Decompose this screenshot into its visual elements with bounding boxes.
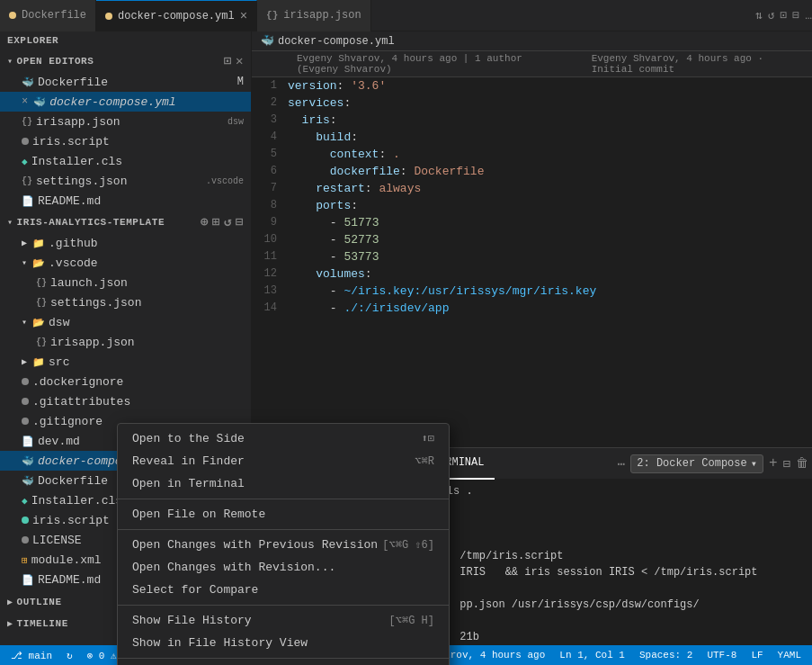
tab-label-irisapp: irisapp.json <box>283 9 361 22</box>
tree-irisapp-json[interactable]: {} irisapp.json <box>0 332 251 352</box>
file-dot-iris <box>22 138 29 145</box>
tree-dockerignore[interactable]: .dockerignore <box>0 372 251 391</box>
ctx-reveal-finder[interactable]: Reveal in Finder ⌥⌘R <box>118 450 449 472</box>
refresh-icon[interactable]: ↺ <box>768 8 775 22</box>
explorer-header[interactable]: EXPLORER <box>0 31 251 49</box>
open-editors-label: OPEN EDITORS <box>17 56 94 67</box>
new-folder-icon[interactable]: ⊞ <box>212 214 220 229</box>
split-editor-icon[interactable]: ⇅ <box>755 8 763 22</box>
project-label: IRIS-ANALYTICS-TEMPLATE <box>17 217 165 228</box>
tree-gitattributes[interactable]: .gitattributes <box>0 391 251 411</box>
ctx-divider-3 <box>118 605 449 606</box>
tree-vscode[interactable]: ▾ 📂 .vscode <box>0 253 251 273</box>
tree-github[interactable]: ▶ 📁 .github <box>0 233 251 253</box>
tab-close-docker-compose[interactable]: × <box>240 10 247 22</box>
open-editor-iris-script[interactable]: iris.script <box>0 131 251 151</box>
json-icon: {} <box>22 117 32 127</box>
code-line-12: 12 volumes: <box>252 265 812 283</box>
split-terminal-icon[interactable]: ⊟ <box>783 456 790 472</box>
language-status[interactable]: YAML <box>774 650 805 661</box>
open-editor-irisapp[interactable]: {} irisapp.json dsw <box>0 112 251 131</box>
new-file-icon[interactable]: ⊕ <box>201 214 209 229</box>
git-blame-row: Evgeny Shvarov, 4 hours ago | 1 author (… <box>252 51 812 77</box>
code-editor[interactable]: 1 version: '3.6' 2 services: 3 iris: 4 b… <box>252 77 812 447</box>
collapse-icon[interactable]: ⊟ <box>792 8 799 22</box>
ctx-open-changes-rev[interactable]: Open Changes with Revision... <box>118 556 449 579</box>
code-line-6: 6 dockerfile: Dockerfile <box>252 163 812 180</box>
code-line-9: 9 - 51773 <box>252 214 812 231</box>
code-line-4: 4 build: <box>252 129 812 146</box>
close-all-icon[interactable]: ✕ <box>236 53 244 68</box>
tree-src[interactable]: ▶ 📁 src <box>0 352 251 372</box>
git-commit: Evgeny Shvarov, 4 hours ago · Initial co… <box>592 53 801 75</box>
more-actions-icon[interactable]: … <box>805 9 812 22</box>
tab-icon-irisapp: {} <box>266 10 278 21</box>
readme-icon: 📄 <box>22 195 34 207</box>
close-icon[interactable]: × <box>22 95 28 108</box>
open-editor-settings[interactable]: {} settings.json .vscode <box>0 171 251 191</box>
open-editor-docker-compose[interactable]: × 🐳 docker-compose.yml <box>0 92 251 112</box>
tab-dockerfile[interactable]: Dockerfile <box>0 0 96 31</box>
file-docker-icon: 🐳 <box>261 34 274 48</box>
tab-bar: Dockerfile docker-compose.yml × {} irisa… <box>0 0 812 31</box>
panel-more-icon[interactable]: ⋯ <box>618 456 625 472</box>
code-line-13: 13 - ~/iris.key:/usr/irissys/mgr/iris.ke… <box>252 283 812 300</box>
layout-icon[interactable]: ⊡ <box>781 8 788 22</box>
tab-irisapp-json[interactable]: {} irisapp.json <box>257 0 371 31</box>
ctx-open-side[interactable]: Open to the Side ⬆⊡ <box>118 427 449 450</box>
ctx-divider-4 <box>118 658 449 659</box>
docker-icon: 🐳 <box>22 76 34 88</box>
refresh-project-icon[interactable]: ↺ <box>224 214 232 229</box>
tab-docker-compose[interactable]: docker-compose.yml × <box>96 0 257 31</box>
code-line-1: 1 version: '3.6' <box>252 77 812 94</box>
git-info: Evgeny Shvarov, 4 hours ago | 1 author (… <box>297 53 559 75</box>
open-editor-installer[interactable]: ◆ Installer.cls <box>0 151 251 171</box>
tree-dsw[interactable]: ▾ 📂 dsw <box>0 312 251 332</box>
terminal-selector-label: 2: Docker Compose <box>637 457 746 470</box>
encoding-status[interactable]: UTF-8 <box>703 650 740 661</box>
open-editors-chevron: ▾ <box>7 56 13 67</box>
docker-icon-compose: 🐳 <box>33 96 46 108</box>
settings-json-icon: {} <box>22 176 32 186</box>
code-line-5: 5 context: . <box>252 146 812 163</box>
code-line-8: 8 ports: <box>252 197 812 214</box>
open-editors-header[interactable]: ▾ OPEN EDITORS ⊡ ✕ <box>0 49 251 72</box>
tab-label-dockerfile: Dockerfile <box>22 9 86 22</box>
sync-status[interactable]: ↻ <box>63 650 76 661</box>
outline-label: OUTLINE <box>17 597 62 607</box>
ctx-file-history[interactable]: Show File History [⌥⌘G H] <box>118 609 449 632</box>
collapse-project-icon[interactable]: ⊟ <box>236 214 244 229</box>
file-breadcrumb: 🐳 docker-compose.yml <box>252 31 812 51</box>
tab-label-docker-compose: docker-compose.yml <box>118 10 235 22</box>
save-all-icon[interactable]: ⊡ <box>224 53 232 68</box>
timeline-label: TIMELINE <box>17 618 68 629</box>
close-terminal-icon[interactable]: 🗑 <box>796 456 808 471</box>
open-editor-readme[interactable]: 📄 README.md <box>0 191 251 211</box>
code-line-3: 3 iris: <box>252 112 812 129</box>
context-menu: Open to the Side ⬆⊡ Reveal in Finder ⌥⌘R… <box>117 423 450 665</box>
add-terminal-icon[interactable]: + <box>769 455 778 472</box>
code-line-10: 10 - 52773 <box>252 231 812 248</box>
code-line-14: 14 - ./:/irisdev/app <box>252 300 812 317</box>
tab-actions: ⇅ ↺ ⊡ ⊟ … <box>755 8 812 22</box>
open-editor-dockerfile[interactable]: 🐳 Dockerfile M <box>0 72 251 92</box>
ctx-select-compare[interactable]: Select for Compare <box>118 579 449 601</box>
breadcrumb-filename: docker-compose.yml <box>278 35 395 48</box>
git-branch-status[interactable]: ⎇ main <box>7 650 56 661</box>
ctx-open-terminal[interactable]: Open in Terminal <box>118 472 449 495</box>
ctx-file-history-view[interactable]: Show in File History View <box>118 632 449 654</box>
tab-icon-dockerfile <box>9 12 16 19</box>
tree-launch-json[interactable]: {} launch.json <box>0 273 251 292</box>
project-chevron: ▾ <box>7 217 13 228</box>
eol-status[interactable]: LF <box>747 650 766 661</box>
spaces-status[interactable]: Spaces: 2 <box>636 650 696 661</box>
project-header[interactable]: ▾ IRIS-ANALYTICS-TEMPLATE ⊕ ⊞ ↺ ⊟ <box>0 211 251 233</box>
tree-settings-json[interactable]: {} settings.json <box>0 292 251 312</box>
terminal-selector[interactable]: 2: Docker Compose ▾ <box>630 454 763 473</box>
panel-actions: ⋯ 2: Docker Compose ▾ + ⊟ 🗑 <box>618 454 808 473</box>
terminal-chevron-icon: ▾ <box>751 457 757 471</box>
ctx-open-remote[interactable]: Open File on Remote <box>118 503 449 526</box>
ctx-open-changes-prev[interactable]: Open Changes with Previous Revision [⌥⌘G… <box>118 534 449 556</box>
cursor-position-status[interactable]: Ln 1, Col 1 <box>556 650 629 661</box>
code-line-2: 2 services: <box>252 94 812 112</box>
